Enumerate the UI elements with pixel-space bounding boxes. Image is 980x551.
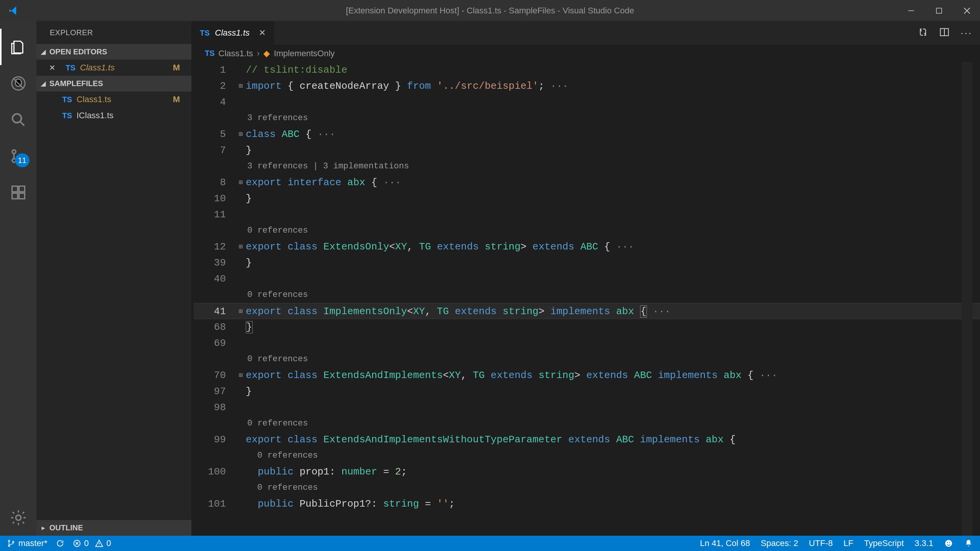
code-line[interactable]: 11 (194, 207, 980, 223)
codelens[interactable]: 0 references (194, 287, 980, 303)
fold-icon[interactable]: ⊞ (236, 174, 246, 191)
codelens[interactable]: 0 references (194, 223, 980, 239)
fold-icon (236, 399, 246, 416)
codelens[interactable]: 0 references (194, 416, 980, 432)
code-content: } (246, 383, 980, 399)
code-line[interactable]: 12⊞export class ExtendsOnly<XY, TG exten… (194, 239, 980, 255)
status-feedback[interactable] (944, 539, 953, 548)
minimize-button[interactable] (906, 5, 916, 16)
split-editor-icon[interactable] (939, 27, 950, 39)
status-encoding[interactable]: UTF-8 (809, 538, 833, 548)
svg-rect-1 (936, 8, 942, 13)
tab-bar: TS Class1.ts ✕ ··· (191, 21, 980, 45)
line-number: 100 (194, 464, 236, 480)
more-actions-icon[interactable]: ··· (960, 27, 972, 39)
folder-header[interactable]: ◢ SAMPLEFILES (36, 76, 191, 91)
status-indentation[interactable]: Spaces: 2 (761, 538, 798, 548)
code-line[interactable]: 41⊞export class ImplementsOnly<XY, TG ex… (194, 303, 980, 319)
status-eol[interactable]: LF (843, 538, 853, 548)
fold-icon (236, 383, 246, 399)
svg-point-15 (8, 545, 10, 547)
open-editor-item[interactable]: ✕ TS Class1.ts M (36, 60, 191, 76)
code-line[interactable]: 5⊞class ABC { ··· (194, 126, 980, 142)
fold-icon[interactable]: ⊞ (236, 239, 246, 255)
close-editor-icon[interactable]: ✕ (48, 63, 56, 72)
line-number: 40 (194, 271, 236, 287)
svg-point-4 (12, 150, 16, 153)
chevron-down-icon: ◢ (39, 48, 47, 55)
breadcrumb-symbol[interactable]: ImplementsOnly (274, 49, 335, 59)
status-ts-version[interactable]: 3.3.1 (915, 538, 933, 548)
activity-settings[interactable] (0, 499, 36, 536)
code-content (246, 94, 980, 110)
status-branch[interactable]: master* (7, 538, 47, 548)
code-line[interactable]: 7} (194, 142, 980, 158)
code-line[interactable]: 101 public PublicProp1?: string = ''; (194, 496, 980, 512)
code-line[interactable]: 40 (194, 271, 980, 287)
line-number: 101 (194, 496, 236, 512)
fold-icon[interactable]: ⊞ (236, 126, 246, 142)
code-line[interactable]: 98 (194, 399, 980, 416)
chevron-right-icon: › (257, 49, 260, 59)
gear-icon (10, 509, 27, 527)
status-sync[interactable] (56, 539, 64, 548)
file-item[interactable]: TS Class1.ts M (36, 91, 191, 108)
files-icon (10, 38, 27, 56)
tab-active[interactable]: TS Class1.ts ✕ (191, 21, 274, 45)
codelens[interactable]: 0 references (194, 480, 980, 496)
code-content: } (246, 255, 980, 271)
fold-icon[interactable]: ⊞ (236, 303, 246, 319)
line-number: 7 (194, 142, 236, 158)
maximize-button[interactable] (934, 5, 944, 16)
code-content (246, 399, 980, 416)
fold-icon[interactable]: ⊞ (236, 367, 246, 383)
code-line[interactable]: 10} (194, 191, 980, 207)
ts-file-icon: TS (200, 29, 210, 37)
code-content (246, 335, 980, 351)
code-line[interactable]: 1// tslint:disable (194, 62, 980, 78)
open-editors-header[interactable]: ◢ OPEN EDITORS (36, 44, 191, 60)
code-line[interactable]: 99export class ExtendsAndImplementsWitho… (194, 432, 980, 448)
code-editor[interactable]: 1// tslint:disable2⊞import { createNodeA… (191, 62, 980, 536)
code-line[interactable]: 4 (194, 94, 980, 110)
codelens[interactable]: 0 references (194, 351, 980, 367)
status-notifications[interactable] (964, 539, 973, 548)
activity-extension-dev[interactable] (0, 65, 36, 101)
line-number: 4 (194, 94, 236, 110)
close-button[interactable] (962, 5, 972, 16)
breadcrumb[interactable]: TS Class1.ts › ◆ ImplementsOnly (191, 45, 980, 62)
code-line[interactable]: 8⊞export interface abx { ··· (194, 174, 980, 191)
code-content: import { createNodeArray } from '../src/… (246, 78, 980, 94)
fold-icon[interactable]: ⊞ (236, 78, 246, 94)
code-content: export interface abx { ··· (246, 174, 980, 191)
status-language[interactable]: TypeScript (864, 538, 904, 548)
line-number: 11 (194, 207, 236, 223)
close-tab-icon[interactable]: ✕ (259, 28, 266, 38)
activity-search[interactable] (0, 101, 36, 138)
code-line[interactable]: 39} (194, 255, 980, 271)
activity-scm[interactable]: 11 (0, 138, 36, 174)
codelens[interactable]: 3 references | 3 implementations (194, 158, 980, 174)
code-line[interactable]: 100 public prop1: number = 2; (194, 464, 980, 480)
file-item[interactable]: TS IClass1.ts (36, 108, 191, 124)
minimap[interactable] (962, 62, 972, 536)
line-number: 5 (194, 126, 236, 142)
code-line[interactable]: 97} (194, 383, 980, 399)
fold-icon (236, 207, 246, 223)
code-line[interactable]: 69 (194, 335, 980, 351)
codelens[interactable]: 3 references (194, 110, 980, 126)
svg-rect-0 (908, 10, 914, 11)
compare-changes-icon[interactable] (918, 27, 928, 39)
code-line[interactable]: 2⊞import { createNodeArray } from '../sr… (194, 78, 980, 94)
codelens[interactable]: 0 references (194, 448, 980, 464)
code-content: } (246, 319, 980, 335)
status-problems[interactable]: 0 0 (73, 538, 111, 548)
code-line[interactable]: 70⊞export class ExtendsAndImplements<XY,… (194, 367, 980, 383)
status-cursor[interactable]: Ln 41, Col 68 (700, 538, 750, 548)
breadcrumb-file[interactable]: Class1.ts (219, 49, 253, 59)
outline-header[interactable]: ▸ OUTLINE (36, 520, 191, 536)
activity-extensions[interactable] (0, 174, 36, 210)
svg-point-11 (16, 515, 21, 520)
activity-explorer[interactable] (0, 29, 36, 65)
code-line[interactable]: 68} (194, 319, 980, 335)
